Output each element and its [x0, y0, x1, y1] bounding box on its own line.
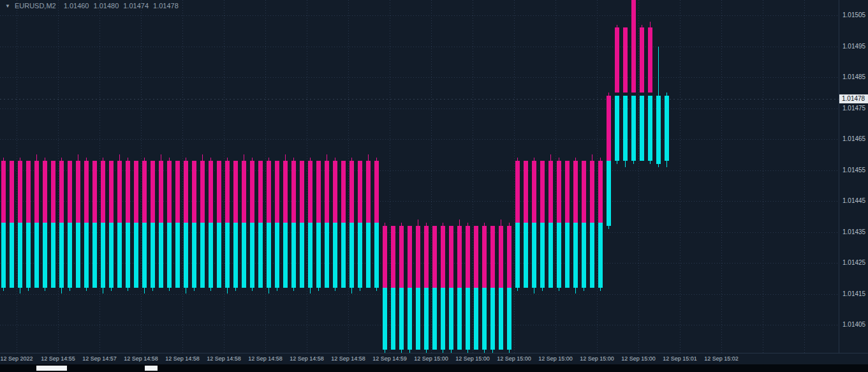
- candle-body-bear: [59, 161, 64, 223]
- candle-wick: [360, 288, 360, 291]
- candle-body-bear: [300, 161, 304, 223]
- candle-wick: [633, 161, 634, 164]
- candle-body-bear: [391, 226, 395, 288]
- time-axis-label: 12 Sep 14:58: [124, 355, 158, 362]
- candle-body-bear: [233, 161, 238, 223]
- candle-wick: [534, 288, 534, 294]
- candle-body-bull: [524, 223, 528, 288]
- candle-wick: [550, 154, 551, 161]
- candle-body-bear: [432, 226, 437, 288]
- candle-body-bull: [640, 96, 644, 161]
- candle-wick: [318, 288, 319, 291]
- candle-wick: [625, 161, 626, 167]
- candle-wick: [608, 226, 609, 229]
- candle-body-bull: [250, 223, 254, 288]
- candle-body-bear: [18, 161, 22, 223]
- candle-body-bear: [565, 161, 570, 223]
- candle-body-bull: [325, 223, 329, 288]
- chevron-down-icon[interactable]: ▼: [5, 3, 10, 9]
- candle-body-bear: [142, 161, 147, 223]
- time-axis[interactable]: 12 Sep 202212 Sep 14:5512 Sep 14:5712 Se…: [0, 353, 868, 364]
- candle-body-bear: [607, 96, 611, 161]
- candle-body-bull: [615, 96, 619, 161]
- candle-body-bull: [515, 223, 520, 288]
- price-axis-label: 1.01405: [842, 321, 865, 329]
- candle-body-bear: [225, 161, 230, 223]
- candle-wick: [128, 288, 128, 291]
- price-axis-label: 1.01455: [842, 167, 865, 174]
- candle-body-bear: [383, 226, 387, 288]
- time-axis-label: 12 Sep 2022: [0, 355, 33, 362]
- candle-body-bear: [184, 161, 188, 223]
- price-axis-label: 1.01505: [842, 11, 865, 19]
- candle-body-bull: [68, 223, 72, 288]
- candle-wick: [335, 288, 335, 291]
- candle-body-bear: [441, 226, 445, 288]
- candle-body-bull: [590, 223, 594, 288]
- candle-body-bull: [449, 288, 453, 350]
- candle-wick: [501, 219, 501, 226]
- candle-body-bear: [34, 161, 39, 223]
- candle-wick: [459, 219, 460, 226]
- candle-body-bull: [648, 96, 652, 161]
- candle-body-bull: [416, 288, 420, 350]
- candle-body-bull: [573, 223, 578, 288]
- price-axis[interactable]: 1.01478 1.015051.014951.014851.014751.01…: [839, 0, 868, 353]
- candle-wick: [293, 288, 294, 291]
- candles-layer: [0, 0, 839, 353]
- candle-wick: [451, 350, 452, 353]
- candle-body-bull: [233, 223, 238, 288]
- candle-body-bull: [134, 223, 138, 288]
- candle-body-bull: [490, 288, 495, 350]
- candle-body-bear: [283, 161, 288, 223]
- candle-wick: [103, 288, 103, 294]
- candle-body-bear: [200, 161, 205, 223]
- candle-body-bear: [631, 0, 636, 93]
- candle-body-bear: [333, 161, 337, 223]
- candle-body-bear: [598, 161, 603, 223]
- candle-body-bull: [424, 288, 429, 350]
- candle-body-bear: [408, 226, 412, 288]
- candle-body-bear: [325, 161, 329, 223]
- candle-body-bull: [109, 223, 114, 288]
- candle-body-bear: [242, 161, 246, 223]
- price-axis-label: 1.01495: [842, 43, 865, 50]
- time-axis-label: 12 Sep 14:58: [207, 355, 241, 362]
- candle-body-bear: [92, 161, 97, 223]
- candle-body-bull: [84, 223, 89, 288]
- candle-wick: [235, 288, 236, 291]
- candle-wick: [86, 288, 87, 291]
- candle-body-bull: [383, 288, 387, 350]
- candle-wick: [36, 154, 37, 161]
- candle-body-bull: [267, 223, 271, 288]
- candle-wick: [492, 350, 493, 353]
- candle-body-bull: [258, 223, 263, 288]
- candle-body-bull: [184, 223, 188, 288]
- time-axis-label: 12 Sep 15:00: [497, 355, 531, 362]
- candle-body-bear: [499, 226, 503, 288]
- candle-wick: [559, 288, 559, 291]
- candle-wick: [658, 47, 659, 96]
- candle-wick: [186, 288, 186, 294]
- candle-body-bull: [26, 223, 31, 288]
- time-axis-label: 12 Sep 14:57: [82, 355, 117, 362]
- candle-body-bull: [333, 223, 337, 288]
- time-axis-label: 12 Sep 15:00: [455, 355, 490, 362]
- ohlc-close: 1.01478: [153, 2, 179, 10]
- ohlc-open: 1.01460: [64, 2, 89, 10]
- candle-body-bear: [167, 161, 172, 223]
- candle-body-bear: [416, 226, 420, 288]
- taskbar-item[interactable]: [145, 366, 158, 371]
- candle-body-bull: [92, 223, 97, 288]
- candle-wick: [202, 154, 203, 161]
- candle-body-bear: [117, 161, 122, 223]
- price-axis-label: 1.01485: [842, 73, 865, 81]
- candle-body-bull: [565, 223, 570, 288]
- candle-wick: [617, 161, 617, 164]
- chart-area[interactable]: ▼ EURUSD,M2 1.01460 1.01480 1.01474 1.01…: [0, 0, 839, 353]
- candle-body-bull: [482, 288, 487, 350]
- time-axis-label: 12 Sep 15:01: [663, 355, 697, 362]
- taskbar-item[interactable]: [36, 366, 67, 371]
- candle-body-bear: [532, 161, 536, 223]
- candle-body-bear: [43, 161, 47, 223]
